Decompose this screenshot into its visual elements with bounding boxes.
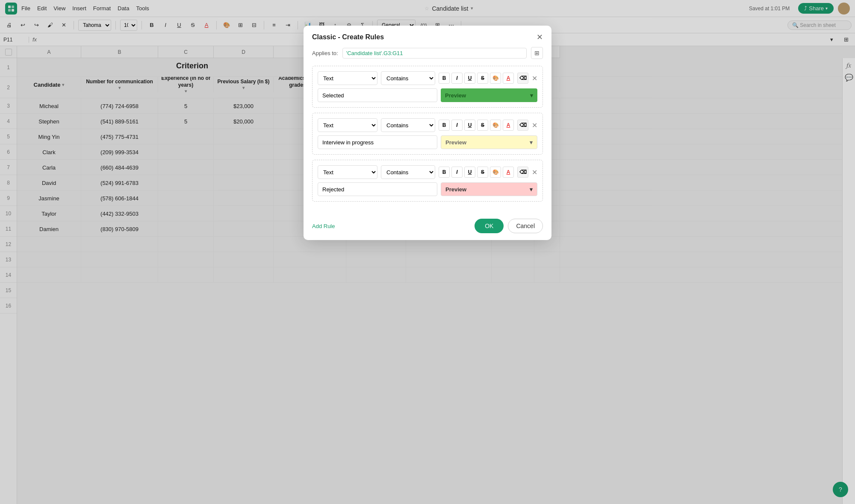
rule-1-value-input[interactable] [318,88,437,102]
rule-1-erase-btn[interactable]: ⌫ [517,73,528,84]
rule-2-font-color-btn[interactable]: A [503,120,514,131]
rule-2-value-input[interactable] [318,135,437,149]
rule-3-format-btns: B I U S 🎨 A [439,167,514,178]
dialog-close-button[interactable]: ✕ [537,32,543,42]
rule-2-preview-chevron-icon: ▾ [530,139,533,146]
rule-3-delete-button[interactable]: ✕ [532,168,537,176]
rule-1-bold-btn[interactable]: B [439,73,450,84]
rule-2-type-select[interactable]: Text [318,118,377,132]
rule-3-preview-label: Preview [445,186,466,193]
rule-1-preview-label: Preview [445,92,466,99]
rule-1-bottom-row: Preview ▾ [318,88,537,102]
rule-3-underline-btn[interactable]: U [464,167,475,178]
rule-3-strike-btn[interactable]: S [477,167,488,178]
rule-2-bold-btn[interactable]: B [439,120,450,131]
cancel-button[interactable]: Cancel [508,219,543,233]
rule-block-1: Text Contains B I U S 🎨 A ⌫ ✕ [312,66,543,108]
rule-3-erase-btn[interactable]: ⌫ [517,167,528,178]
rule-1-preview-chevron-icon: ▾ [530,92,533,99]
rule-3-font-color-btn[interactable]: A [503,167,514,178]
rule-block-2: Text Contains B I U S 🎨 A ⌫ ✕ [312,113,543,155]
rule-1-type-select[interactable]: Text [318,71,377,85]
rule-2-preview-btn[interactable]: Preview ▾ [441,135,537,149]
range-picker-icon[interactable]: ⊞ [531,47,543,59]
rule-3-value-input[interactable] [318,182,437,196]
rule-1-strike-btn[interactable]: S [477,73,488,84]
rule-3-bottom-row: Preview ▾ [318,182,537,196]
rule-1-underline-btn[interactable]: U [464,73,475,84]
rule-1-font-color-btn[interactable]: A [503,73,514,84]
dialog-title: Classic - Create Rules [312,33,384,41]
applies-to-label: Applies to: [312,50,338,56]
rule-2-bottom-row: Preview ▾ [318,135,537,149]
rule-3-italic-btn[interactable]: I [451,167,463,178]
dialog-footer: Add Rule OK Cancel [304,214,551,240]
rule-2-erase-btn[interactable]: ⌫ [517,120,528,131]
rule-1-italic-btn[interactable]: I [451,73,463,84]
rule-2-format-btns: B I U S 🎨 A [439,120,514,131]
add-rule-button[interactable]: Add Rule [312,223,335,229]
rule-2-italic-btn[interactable]: I [451,120,463,131]
rule-3-type-select[interactable]: Text [318,165,377,179]
rule-2-preview-label: Preview [445,139,466,146]
rule-2-strike-btn[interactable]: S [477,120,488,131]
rule-3-bold-btn[interactable]: B [439,167,450,178]
create-rules-dialog: Classic - Create Rules ✕ Applies to: 'Ca… [304,26,551,240]
applies-to-row: Applies to: 'Candidate list'.G3:G11 ⊞ [312,47,543,59]
rule-2-delete-button[interactable]: ✕ [532,121,537,129]
rule-3-fill-btn[interactable]: 🎨 [490,167,501,178]
rule-1-delete-button[interactable]: ✕ [532,74,537,82]
rule-3-top-row: Text Contains B I U S 🎨 A ⌫ ✕ [318,165,537,179]
dialog-overlay[interactable]: Classic - Create Rules ✕ Applies to: 'Ca… [0,0,855,504]
rule-1-preview-btn[interactable]: Preview ▾ [441,88,537,102]
rule-1-fill-btn[interactable]: 🎨 [490,73,501,84]
rule-3-preview-btn[interactable]: Preview ▾ [441,182,537,196]
rule-2-top-row: Text Contains B I U S 🎨 A ⌫ ✕ [318,118,537,132]
rule-3-preview-chevron-icon: ▾ [530,186,533,193]
ok-button[interactable]: OK [475,219,504,233]
rule-2-fill-btn[interactable]: 🎨 [490,120,501,131]
rule-2-underline-btn[interactable]: U [464,120,475,131]
dialog-body: Applies to: 'Candidate list'.G3:G11 ⊞ Te… [304,47,551,214]
footer-buttons: OK Cancel [475,219,543,233]
rule-1-top-row: Text Contains B I U S 🎨 A ⌫ ✕ [318,71,537,85]
rule-block-3: Text Contains B I U S 🎨 A ⌫ ✕ [312,160,543,202]
dialog-header: Classic - Create Rules ✕ [304,26,551,47]
rule-2-condition-select[interactable]: Contains [381,118,435,132]
rule-3-condition-select[interactable]: Contains [381,165,435,179]
rule-1-condition-select[interactable]: Contains [381,71,435,85]
applies-to-value[interactable]: 'Candidate list'.G3:G11 [342,48,527,59]
rule-1-format-btns: B I U S 🎨 A [439,73,514,84]
